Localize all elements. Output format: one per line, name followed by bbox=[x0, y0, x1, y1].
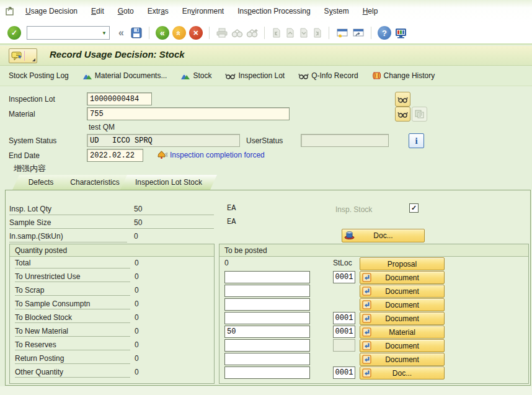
menu-goto[interactable]: Goto bbox=[111, 5, 141, 17]
tab-defects[interactable]: Defects bbox=[12, 175, 69, 190]
toolbar-separator bbox=[371, 27, 371, 39]
stloc-input[interactable] bbox=[333, 271, 355, 283]
end-date-field[interactable] bbox=[87, 149, 143, 162]
qty-input-sample-consumption[interactable] bbox=[224, 298, 310, 311]
glasses-icon bbox=[225, 73, 236, 79]
user-status-field bbox=[301, 134, 389, 147]
status-strip bbox=[0, 386, 532, 395]
status-info-button[interactable]: i bbox=[409, 133, 424, 148]
document-button[interactable]: Document bbox=[360, 285, 445, 298]
tab-characteristics[interactable]: Characteristics bbox=[62, 175, 128, 190]
qty-input-new-material[interactable] bbox=[224, 326, 310, 338]
command-dropdown-icon[interactable]: ▼ bbox=[99, 30, 109, 36]
menu-extras[interactable]: Extras bbox=[141, 5, 175, 17]
page-title: Record Usage Decision: Stock bbox=[50, 49, 185, 60]
document-button[interactable]: Document bbox=[360, 298, 445, 311]
gui-status-menu-button[interactable] bbox=[9, 48, 37, 63]
collapse-toolbar-icon[interactable]: « bbox=[118, 27, 124, 38]
stloc-input[interactable] bbox=[333, 326, 355, 338]
find-next-icon[interactable] bbox=[246, 29, 258, 38]
previous-page-icon[interactable] bbox=[285, 27, 295, 38]
sample-size-label: Sample Size bbox=[9, 218, 51, 227]
insp-lot-qty-label: Insp. Lot Qty bbox=[9, 205, 51, 213]
inspection-lot-field[interactable] bbox=[87, 92, 152, 105]
qty-input-reserves[interactable] bbox=[224, 339, 310, 352]
help-icon[interactable]: ? bbox=[378, 26, 391, 40]
new-session-icon[interactable] bbox=[335, 28, 348, 38]
back-icon[interactable]: « bbox=[156, 26, 169, 40]
menu-usage-decision[interactable]: Usage Decision bbox=[19, 5, 84, 17]
material-documents-button[interactable]: Material Documents... bbox=[82, 71, 167, 80]
menu-help[interactable]: Help bbox=[356, 5, 385, 17]
qty-row: To Scrap0 bbox=[10, 284, 214, 298]
qty-input-blocked-stock[interactable] bbox=[224, 312, 310, 324]
menu-system[interactable]: System bbox=[317, 5, 356, 17]
inspection-lot-button[interactable]: Inspection Lot bbox=[225, 71, 285, 80]
material-display-button[interactable] bbox=[395, 107, 410, 122]
qty-input-return-posting[interactable] bbox=[224, 353, 310, 365]
create-shortcut-icon[interactable] bbox=[352, 28, 365, 38]
inspection-warning-text: Inspection completion forced bbox=[170, 151, 265, 159]
doc-button-bottom[interactable]: Doc... bbox=[360, 366, 445, 379]
qty-input-other[interactable] bbox=[224, 366, 310, 379]
tab-strip: Defects Characteristics Inspection Lot S… bbox=[5, 175, 531, 190]
menu-edit[interactable]: Edit bbox=[84, 5, 111, 17]
inspection-lot-display-button[interactable] bbox=[395, 92, 410, 107]
title-bar: Record Usage Decision: Stock bbox=[0, 46, 532, 66]
enhancement-label: 增强内容 bbox=[14, 163, 46, 174]
cancel-icon[interactable]: ✕ bbox=[189, 26, 203, 40]
document-detail-icon bbox=[415, 110, 424, 118]
find-icon[interactable] bbox=[231, 29, 243, 38]
in-sample-label: In.samp.(StkUn) bbox=[9, 232, 63, 241]
command-field[interactable] bbox=[27, 27, 99, 38]
exit-icon[interactable]: « bbox=[172, 26, 186, 40]
save-icon[interactable] bbox=[130, 27, 143, 39]
sample-size-unit: EA bbox=[227, 218, 236, 226]
qty-row: Total0 bbox=[10, 257, 214, 270]
insp-stock-checkbox[interactable]: ✓ bbox=[409, 203, 419, 213]
document-button[interactable]: Document bbox=[360, 271, 445, 284]
stock-posting-log-button[interactable]: Stock Posting Log bbox=[9, 71, 69, 80]
qty-row: To Blocked Stock0 bbox=[10, 311, 214, 325]
change-history-button[interactable]: Change History bbox=[372, 71, 435, 80]
glasses-icon bbox=[397, 96, 408, 103]
window-page-icon[interactable] bbox=[5, 6, 15, 16]
stock-button[interactable]: Stock bbox=[180, 71, 211, 80]
tab-inspection-lot-stock[interactable]: Inspection Lot Stock bbox=[120, 175, 217, 190]
customize-layout-icon[interactable] bbox=[394, 27, 407, 39]
stloc-input[interactable] bbox=[333, 312, 355, 324]
doc-button-top[interactable]: Doc... bbox=[342, 229, 425, 242]
last-page-icon[interactable] bbox=[312, 27, 322, 38]
glasses-icon bbox=[298, 73, 309, 79]
menu-inspection-processing[interactable]: Inspection Processing bbox=[231, 5, 317, 17]
next-page-icon[interactable] bbox=[298, 27, 309, 38]
material-button[interactable]: Material bbox=[360, 326, 445, 339]
qty-input-scrap[interactable] bbox=[224, 285, 310, 297]
menu-bar: Usage Decision Edit Goto Extras Environm… bbox=[0, 0, 532, 22]
toolbar-separator bbox=[329, 27, 329, 39]
first-page-icon[interactable] bbox=[271, 27, 282, 38]
toolbar-separator bbox=[149, 27, 149, 39]
document-button[interactable]: Document bbox=[360, 339, 445, 352]
document-button[interactable]: Document bbox=[360, 312, 445, 325]
button-separator bbox=[24, 51, 25, 61]
proposal-button[interactable]: Proposal bbox=[360, 257, 445, 270]
print-icon[interactable] bbox=[216, 27, 228, 38]
qty-input-unrestricted[interactable] bbox=[224, 271, 310, 283]
stloc-input[interactable] bbox=[333, 366, 355, 379]
insp-lot-qty-unit: EA bbox=[227, 204, 236, 213]
quantity-posted-title: Quantity posted bbox=[10, 244, 214, 257]
document-button[interactable]: Document bbox=[360, 353, 445, 366]
enter-icon[interactable]: ✓ bbox=[7, 26, 21, 40]
toolbar-separator bbox=[264, 27, 265, 39]
menu-environment[interactable]: Environment bbox=[175, 5, 231, 17]
post-document-icon bbox=[362, 286, 371, 296]
command-field-wrap: ▼ bbox=[27, 26, 110, 40]
dropdown-corner-icon bbox=[32, 58, 35, 61]
inspection-lot-stock-panel: Insp. Lot Qty 50 EA Sample Size 50 EA In… bbox=[5, 190, 531, 386]
material-info-button[interactable] bbox=[412, 107, 427, 122]
material-field[interactable] bbox=[87, 107, 290, 120]
q-info-record-button[interactable]: Q-Info Record bbox=[298, 71, 358, 80]
qty-row: To Unrestricted Use0 bbox=[10, 270, 214, 284]
post-document-icon bbox=[362, 355, 371, 364]
